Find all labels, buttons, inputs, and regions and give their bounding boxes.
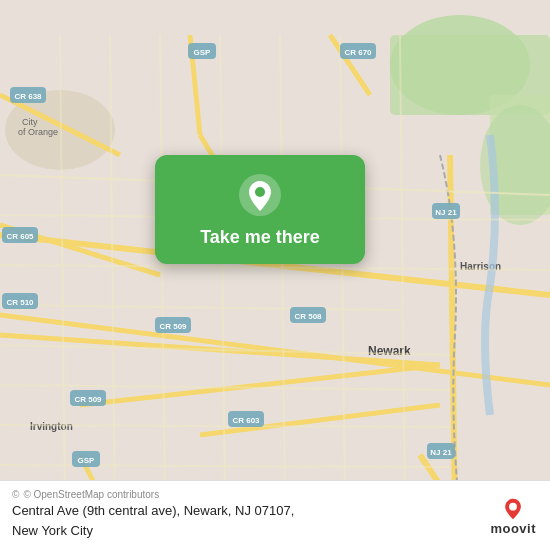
moovit-pin-icon <box>502 498 524 520</box>
svg-text:CR 670: CR 670 <box>344 48 372 57</box>
attribution-row: © © OpenStreetMap contributors <box>12 489 538 500</box>
svg-text:CR 509: CR 509 <box>159 322 187 331</box>
svg-text:CR 605: CR 605 <box>6 232 34 241</box>
take-me-there-button[interactable]: Take me there <box>200 227 320 248</box>
svg-text:CR 603: CR 603 <box>232 416 260 425</box>
svg-text:of Orange: of Orange <box>18 127 58 137</box>
svg-point-64 <box>255 187 265 197</box>
map-background: City of Orange Irvington Newark Harrison <box>0 0 550 550</box>
svg-text:CR 509: CR 509 <box>74 395 102 404</box>
map-container: City of Orange Irvington Newark Harrison <box>0 0 550 550</box>
bottom-bar: © © OpenStreetMap contributors Central A… <box>0 480 550 550</box>
svg-text:Irvington: Irvington <box>30 421 73 432</box>
svg-text:GSP: GSP <box>194 48 212 57</box>
attribution-text: © OpenStreetMap contributors <box>23 489 159 500</box>
svg-text:CR 508: CR 508 <box>294 312 322 321</box>
svg-point-65 <box>509 503 517 511</box>
moovit-logo: moovit <box>490 498 536 536</box>
svg-text:Newark: Newark <box>368 344 411 358</box>
svg-text:CR 510: CR 510 <box>6 298 34 307</box>
svg-text:City: City <box>22 117 38 127</box>
address-line1: Central Ave (9th central ave), Newark, N… <box>12 502 538 520</box>
svg-text:GSP: GSP <box>78 456 96 465</box>
address-line2: New York City <box>12 522 538 540</box>
location-pin-icon <box>238 173 282 217</box>
svg-text:CR 638: CR 638 <box>14 92 42 101</box>
copyright-icon: © <box>12 489 19 500</box>
take-me-there-card[interactable]: Take me there <box>155 155 365 264</box>
svg-text:NJ 21: NJ 21 <box>435 208 457 217</box>
moovit-brand-text: moovit <box>490 521 536 536</box>
svg-text:NJ 21: NJ 21 <box>430 448 452 457</box>
